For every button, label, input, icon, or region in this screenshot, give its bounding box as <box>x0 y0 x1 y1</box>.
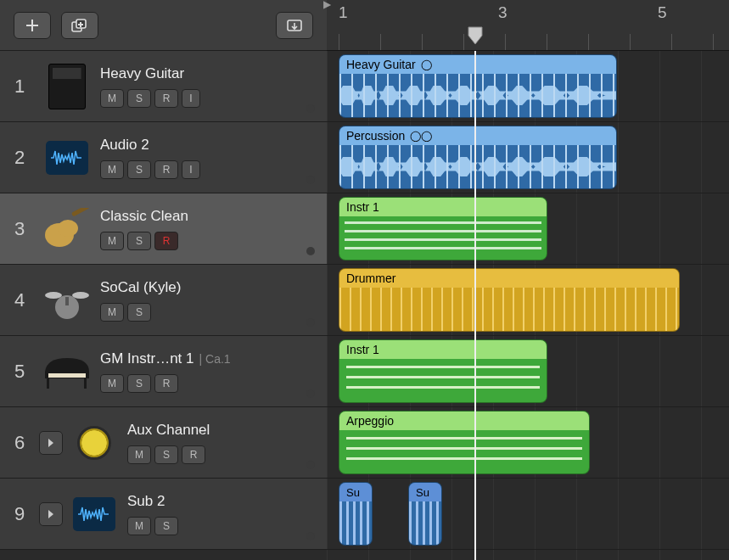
track-lane[interactable]: Arpeggio <box>327 407 729 479</box>
bar-number: 1 <box>339 3 348 22</box>
mute-button[interactable]: M <box>127 517 151 535</box>
mute-button[interactable]: M <box>100 374 124 393</box>
svg-point-7 <box>45 292 62 299</box>
track-instrument-icon[interactable] <box>39 61 95 112</box>
track-lane[interactable]: SuSu <box>327 479 729 550</box>
loop-icon: ◯◯ <box>410 130 432 142</box>
ruler-tick <box>380 34 381 50</box>
track-number: 9 <box>0 479 39 549</box>
svg-rect-9 <box>65 297 69 305</box>
region[interactable]: Su <box>339 482 373 546</box>
solo-button[interactable]: S <box>127 160 151 179</box>
region-label: Su <box>409 483 441 501</box>
playhead-handle[interactable] <box>467 25 484 42</box>
track-instrument-icon[interactable] <box>39 275 95 326</box>
solo-button[interactable]: S <box>127 232 151 250</box>
knob-icon <box>77 426 111 460</box>
track-lane[interactable]: Instr 1 <box>327 193 729 265</box>
waveform-icon <box>73 497 115 531</box>
mute-button[interactable]: M <box>127 445 151 464</box>
region[interactable]: Heavy Guitar ◯ <box>339 54 617 118</box>
track-activity-dot <box>306 176 315 184</box>
solo-button[interactable]: S <box>154 517 178 535</box>
svg-point-4 <box>58 220 78 237</box>
track-name: Sub 2 <box>127 493 306 510</box>
track-activity-dot <box>306 389 315 398</box>
track-instrument-icon[interactable] <box>66 417 122 468</box>
region[interactable]: Instr 1 <box>339 339 547 403</box>
solo-button[interactable]: S <box>154 445 178 464</box>
ruler-tick <box>339 34 339 50</box>
svg-rect-12 <box>48 373 86 378</box>
track-number: 2 <box>0 122 39 193</box>
record-enable-button[interactable]: R <box>182 445 205 464</box>
track-header[interactable]: 2Audio 2MSRI <box>0 122 327 193</box>
duplicate-icon <box>71 19 88 32</box>
mute-button[interactable]: M <box>100 89 124 108</box>
bar-number: 3 <box>498 3 507 22</box>
svg-rect-10 <box>47 378 49 389</box>
track-header[interactable]: 6Aux ChannelMSR <box>0 407 327 479</box>
track-instrument-icon[interactable] <box>66 489 122 540</box>
ruler-tick <box>588 34 589 50</box>
track-number: 3 <box>0 193 39 264</box>
record-enable-button[interactable]: R <box>154 160 178 179</box>
catch-playhead-button[interactable] <box>276 12 313 39</box>
mute-button[interactable]: M <box>100 303 124 322</box>
mute-button[interactable]: M <box>100 160 124 179</box>
track-instrument-icon[interactable] <box>39 132 95 183</box>
track-lane[interactable]: Heavy Guitar ◯ <box>327 51 729 122</box>
track-header[interactable]: 3Classic CleanMSR <box>0 193 327 265</box>
track-header[interactable]: 5GM Instr…nt 1| Ca.1MSR <box>0 336 327 407</box>
solo-button[interactable]: S <box>127 374 151 393</box>
ruler-tick <box>422 34 423 50</box>
record-enable-button[interactable]: R <box>154 89 178 108</box>
waveform-icon <box>46 141 88 175</box>
track-instrument-icon[interactable] <box>39 346 95 397</box>
timeline-ruler[interactable]: ▶ 135 <box>327 0 729 51</box>
arrange-area[interactable]: Heavy Guitar ◯Percussion ◯◯Instr 1Drumme… <box>327 51 729 560</box>
track-instrument-icon[interactable] <box>39 204 95 255</box>
solo-button[interactable]: S <box>127 303 151 322</box>
bar-number: 5 <box>658 3 667 22</box>
ruler-tick <box>547 34 547 50</box>
track-activity-dot <box>306 318 315 327</box>
ruler-tick <box>463 34 464 50</box>
track-header[interactable]: 9Sub 2MS <box>0 479 327 550</box>
guitar-icon <box>42 208 92 250</box>
region-label: Drummer <box>339 269 679 288</box>
region[interactable]: Instr 1 <box>339 197 547 260</box>
track-lane[interactable]: Drummer <box>327 265 729 336</box>
record-enable-button[interactable]: R <box>154 374 178 393</box>
region[interactable]: Su <box>408 482 442 546</box>
loop-icon: ◯ <box>421 59 432 70</box>
region[interactable]: Drummer <box>339 268 680 332</box>
chevron-right-icon <box>47 509 55 519</box>
track-number: 5 <box>0 336 39 406</box>
track-header[interactable]: 1Heavy GuitarMSRI <box>0 51 327 122</box>
toolbar <box>0 0 327 51</box>
mute-button[interactable]: M <box>100 232 124 250</box>
add-track-button[interactable] <box>14 12 51 39</box>
track-activity-dot <box>306 247 315 255</box>
chevron-right-icon <box>47 438 55 448</box>
duplicate-track-button[interactable] <box>61 12 98 39</box>
input-monitor-button[interactable]: I <box>182 89 200 108</box>
track-name: Heavy Guitar <box>100 65 306 82</box>
plus-icon <box>25 19 39 32</box>
disclosure-button[interactable] <box>39 431 63 455</box>
track-header[interactable]: 4SoCal (Kyle)MS <box>0 265 327 336</box>
solo-button[interactable]: S <box>127 89 151 108</box>
region[interactable]: Percussion ◯◯ <box>339 126 617 189</box>
record-enable-button[interactable]: R <box>154 232 178 250</box>
track-name: Aux Channel <box>127 422 306 439</box>
region[interactable]: Arpeggio <box>339 411 590 474</box>
track-lane[interactable]: Percussion ◯◯ <box>327 122 729 193</box>
track-header-list: 1Heavy GuitarMSRI2Audio 2MSRI3Classic Cl… <box>0 51 327 550</box>
track-activity-dot <box>306 104 315 113</box>
track-lane[interactable]: Instr 1 <box>327 336 729 407</box>
input-monitor-button[interactable]: I <box>182 160 200 179</box>
track-activity-dot <box>306 532 315 540</box>
ruler-tick <box>505 34 506 50</box>
disclosure-button[interactable] <box>39 502 63 526</box>
